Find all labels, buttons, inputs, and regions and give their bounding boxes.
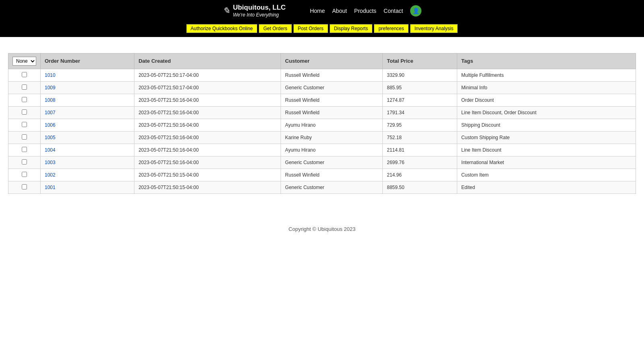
row-checkbox[interactable] bbox=[22, 109, 27, 115]
row-total-price: 729.95 bbox=[383, 119, 457, 131]
row-tags: Custom Shipping Rate bbox=[457, 131, 636, 144]
row-date-created: 2023-05-07T21:50:15-04:00 bbox=[134, 181, 281, 193]
order-number-link[interactable]: 1010 bbox=[45, 72, 56, 78]
row-order-number: 1005 bbox=[41, 131, 134, 144]
row-order-number: 1001 bbox=[41, 181, 134, 193]
row-order-number: 1007 bbox=[41, 106, 134, 119]
row-checkbox[interactable] bbox=[22, 172, 27, 177]
row-checkbox[interactable] bbox=[22, 84, 27, 90]
row-checkbox[interactable] bbox=[22, 159, 27, 165]
th-tags: Tags bbox=[457, 53, 636, 69]
order-number-link[interactable]: 1001 bbox=[45, 185, 56, 190]
row-order-number: 1004 bbox=[41, 144, 134, 156]
row-checkbox-cell bbox=[8, 119, 41, 131]
row-total-price: 2114.81 bbox=[383, 144, 457, 156]
row-checkbox-cell bbox=[8, 181, 41, 193]
row-order-number: 1008 bbox=[41, 94, 134, 106]
table-row: 10052023-05-07T21:50:16-04:00Karine Ruby… bbox=[8, 131, 636, 144]
th-select: None All bbox=[8, 53, 41, 69]
row-total-price: 1791.34 bbox=[383, 106, 457, 119]
row-checkbox-cell bbox=[8, 69, 41, 81]
row-customer: Ayumu Hirano bbox=[281, 119, 383, 131]
th-customer: Customer bbox=[281, 53, 383, 69]
order-number-link[interactable]: 1008 bbox=[45, 97, 56, 103]
logo-icon: ✎ bbox=[223, 6, 230, 16]
table-row: 10042023-05-07T21:50:16-04:00Ayumu Hiran… bbox=[8, 144, 636, 156]
row-tags: Minimal Info bbox=[457, 81, 636, 94]
row-checkbox[interactable] bbox=[22, 72, 27, 77]
user-icon[interactable]: 👤 bbox=[410, 5, 421, 16]
th-total-price: Total Price bbox=[383, 53, 457, 69]
row-checkbox[interactable] bbox=[22, 134, 27, 140]
row-customer: Ayumu Hirano bbox=[281, 144, 383, 156]
order-number-link[interactable]: 1004 bbox=[45, 147, 56, 153]
order-number-link[interactable]: 1005 bbox=[45, 135, 56, 140]
row-date-created: 2023-05-07T21:50:16-04:00 bbox=[134, 144, 281, 156]
row-order-number: 1003 bbox=[41, 156, 134, 169]
row-total-price: 214.96 bbox=[383, 169, 457, 181]
table-body: 10102023-05-07T21:50:17-04:00Russell Win… bbox=[8, 69, 636, 193]
row-total-price: 2699.76 bbox=[383, 156, 457, 169]
row-date-created: 2023-05-07T21:50:16-04:00 bbox=[134, 94, 281, 106]
row-tags: Order Discount bbox=[457, 94, 636, 106]
nav-home[interactable]: Home bbox=[310, 8, 325, 14]
order-number-link[interactable]: 1007 bbox=[45, 110, 56, 115]
row-checkbox-cell bbox=[8, 169, 41, 181]
order-number-link[interactable]: 1009 bbox=[45, 85, 56, 90]
order-number-link[interactable]: 1003 bbox=[45, 160, 56, 165]
logo-text: Ubiquitous, LLC We're Into Everything bbox=[233, 3, 286, 19]
subnav-authorize[interactable]: Authorize Quickbooks Online bbox=[186, 24, 258, 33]
row-order-number: 1009 bbox=[41, 81, 134, 94]
subnav-post-orders[interactable]: Post Orders bbox=[293, 24, 328, 33]
table-row: 10082023-05-07T21:50:16-04:00Russell Win… bbox=[8, 94, 636, 106]
table-row: 10072023-05-07T21:50:16-04:00Russell Win… bbox=[8, 106, 636, 119]
row-customer: Russell Winfield bbox=[281, 169, 383, 181]
row-date-created: 2023-05-07T21:50:16-04:00 bbox=[134, 131, 281, 144]
row-order-number: 1006 bbox=[41, 119, 134, 131]
row-checkbox[interactable] bbox=[22, 122, 27, 127]
table-row: 10022023-05-07T21:50:15-04:00Russell Win… bbox=[8, 169, 636, 181]
nav-contact[interactable]: Contact bbox=[384, 8, 403, 14]
subnav-display-reports[interactable]: Display Reports bbox=[330, 24, 373, 33]
table-row: 10092023-05-07T21:50:17-04:00Generic Cus… bbox=[8, 81, 636, 94]
order-number-link[interactable]: 1006 bbox=[45, 122, 56, 128]
row-order-number: 1010 bbox=[41, 69, 134, 81]
nav-about[interactable]: About bbox=[332, 8, 347, 14]
row-total-price: 3329.90 bbox=[383, 69, 457, 81]
sub-nav: Authorize Quickbooks Online Get Orders P… bbox=[0, 22, 644, 37]
main-nav: Home About Products Contact 👤 bbox=[310, 5, 421, 16]
subnav-preferences[interactable]: preferences bbox=[374, 24, 408, 33]
tagline: We're Into Everything bbox=[233, 12, 286, 19]
row-order-number: 1002 bbox=[41, 169, 134, 181]
order-number-link[interactable]: 1002 bbox=[45, 172, 56, 178]
nav-products[interactable]: Products bbox=[354, 8, 376, 14]
row-checkbox-cell bbox=[8, 156, 41, 169]
table-row: 10062023-05-07T21:50:16-04:00Ayumu Hiran… bbox=[8, 119, 636, 131]
row-tags: Multiple Fulfillments bbox=[457, 69, 636, 81]
row-total-price: 8859.50 bbox=[383, 181, 457, 193]
th-order-number: Order Number bbox=[41, 53, 134, 69]
row-tags: Line Item Discount bbox=[457, 144, 636, 156]
row-customer: Russell Winfield bbox=[281, 69, 383, 81]
th-date-created: Date Created bbox=[134, 53, 281, 69]
row-checkbox-cell bbox=[8, 81, 41, 94]
subnav-get-orders[interactable]: Get Orders bbox=[259, 24, 291, 33]
select-none-dropdown[interactable]: None All bbox=[12, 57, 36, 66]
top-header: ✎ Ubiquitous, LLC We're Into Everything … bbox=[0, 0, 644, 22]
row-tags: Shipping Discount bbox=[457, 119, 636, 131]
table-row: 10102023-05-07T21:50:17-04:00Russell Win… bbox=[8, 69, 636, 81]
row-checkbox-cell bbox=[8, 94, 41, 106]
row-customer: Generic Customer bbox=[281, 81, 383, 94]
table-row: 10032023-05-07T21:50:16-04:00Generic Cus… bbox=[8, 156, 636, 169]
row-customer: Russell Winfield bbox=[281, 106, 383, 119]
row-date-created: 2023-05-07T21:50:15-04:00 bbox=[134, 169, 281, 181]
row-date-created: 2023-05-07T21:50:16-04:00 bbox=[134, 106, 281, 119]
row-checkbox[interactable] bbox=[22, 97, 27, 102]
row-checkbox[interactable] bbox=[22, 184, 27, 189]
row-tags: International Market bbox=[457, 156, 636, 169]
row-total-price: 885.95 bbox=[383, 81, 457, 94]
subnav-inventory-analysis[interactable]: Inventory Analysis bbox=[410, 24, 458, 33]
table-row: 10012023-05-07T21:50:15-04:00Generic Cus… bbox=[8, 181, 636, 193]
row-date-created: 2023-05-07T21:50:16-04:00 bbox=[134, 156, 281, 169]
row-checkbox[interactable] bbox=[22, 147, 27, 152]
